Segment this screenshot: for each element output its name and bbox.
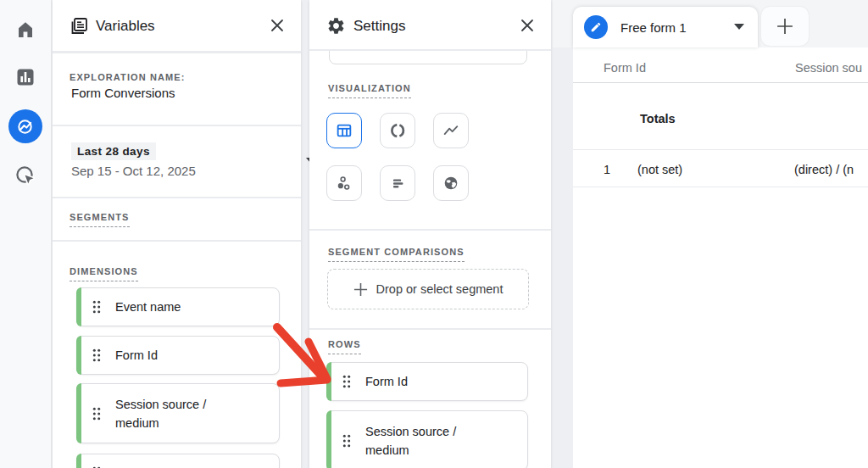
viz-donut-button[interactable] — [380, 113, 415, 148]
nav-reports[interactable] — [8, 60, 42, 94]
segments-label: SEGMENTS — [70, 211, 130, 227]
viz-line-button[interactable] — [433, 113, 469, 148]
divider — [573, 149, 868, 150]
donut-chart-icon — [388, 121, 407, 140]
visualization-label: VISUALIZATION — [328, 82, 411, 98]
dimensions-label: DIMENSIONS — [70, 265, 138, 281]
drag-handle-icon[interactable] — [342, 375, 351, 388]
totals-label: Totals — [640, 112, 676, 125]
line-chart-icon — [442, 121, 460, 140]
table-chart-icon — [335, 121, 353, 140]
divider — [573, 82, 868, 83]
chip-label: Form Id — [365, 372, 408, 391]
scatter-chart-icon — [335, 174, 353, 192]
viz-bar-button[interactable] — [380, 165, 415, 201]
chip-label: Page path — [115, 464, 171, 468]
chip-label: Session source / medium — [115, 395, 251, 432]
explore-icon — [8, 109, 42, 143]
drag-handle-icon[interactable] — [92, 348, 101, 362]
divider — [309, 49, 551, 51]
viz-geo-button[interactable] — [433, 165, 469, 201]
divider — [573, 187, 868, 187]
home-icon — [15, 20, 36, 40]
add-tab-button[interactable] — [761, 7, 809, 46]
divider — [53, 197, 301, 198]
dimension-chip-page-path[interactable]: Page path — [76, 454, 280, 468]
gear-icon — [326, 16, 346, 36]
settings-panel-header: Settings — [309, 0, 551, 49]
column-header-form-id[interactable]: Form Id — [604, 61, 646, 75]
drag-handle-icon[interactable] — [342, 434, 351, 448]
close-icon — [270, 19, 284, 32]
divider — [53, 51, 301, 53]
plus-icon — [353, 282, 368, 297]
viz-scatter-button[interactable] — [326, 165, 362, 201]
nav-home[interactable] — [8, 13, 42, 47]
row-index: 1 — [604, 163, 610, 176]
plus-icon — [776, 18, 793, 35]
variables-panel: Variables EXPLORATION NAME: Form Convers… — [53, 0, 301, 468]
dimension-chip-form-id[interactable]: Form Id — [76, 336, 280, 375]
nav-explore[interactable] — [8, 109, 42, 143]
segment-drop-zone[interactable]: Drop or select segment — [327, 269, 529, 309]
ga4-explorations-app: Variables EXPLORATION NAME: Form Convers… — [0, 0, 868, 468]
column-header-session-source[interactable]: Session sou — [795, 61, 862, 75]
dimension-chip-session-source-medium[interactable]: Session source / medium — [76, 383, 280, 443]
tab-free-form-1[interactable]: Free form 1 — [573, 7, 758, 47]
bar-chart-icon — [388, 174, 407, 192]
variables-panel-header: Variables — [53, 0, 301, 51]
left-nav-rail — [0, 0, 52, 468]
drag-handle-icon[interactable] — [92, 300, 101, 314]
settings-panel: Settings VISUALIZATION — [309, 0, 551, 468]
nav-advertising[interactable] — [8, 159, 42, 192]
divider — [53, 125, 301, 126]
row-chip-session-source-medium[interactable]: Session source / medium — [326, 410, 528, 468]
segment-drop-text: Drop or select segment — [376, 282, 504, 296]
settings-panel-title: Settings — [353, 18, 405, 35]
dimension-chip-event-name[interactable]: Event name — [76, 287, 280, 326]
divider — [53, 240, 301, 242]
globe-icon — [442, 174, 460, 192]
divider — [309, 328, 551, 330]
settings-close-button[interactable] — [515, 14, 539, 37]
viz-table-button[interactable] — [326, 113, 362, 148]
edit-pencil-icon[interactable] — [584, 15, 608, 39]
variables-panel-title: Variables — [96, 18, 155, 35]
close-icon — [520, 19, 534, 32]
drag-handle-icon[interactable] — [92, 407, 101, 421]
chevron-down-icon[interactable] — [734, 24, 744, 31]
exploration-name-label: EXPLORATION NAME: — [70, 71, 185, 86]
row-chip-form-id[interactable]: Form Id — [326, 362, 528, 401]
rows-label: ROWS — [328, 338, 361, 354]
cell-session-source[interactable]: (direct) / (n — [794, 163, 854, 176]
chip-label: Event name — [115, 298, 181, 316]
report-canvas — [573, 47, 868, 468]
chip-label: Form Id — [115, 346, 158, 365]
advertising-icon — [14, 164, 36, 187]
reports-icon — [16, 68, 35, 86]
date-preset-chip[interactable]: Last 28 days — [71, 142, 156, 160]
date-range-text: Sep 15 - Oct 12, 2025 — [71, 164, 196, 178]
exploration-name-value[interactable]: Form Conversions — [71, 86, 175, 100]
divider — [309, 229, 551, 231]
variables-close-button[interactable] — [265, 14, 289, 37]
segment-comparisons-label: SEGMENT COMPARISONS — [328, 246, 465, 262]
tab-label: Free form 1 — [620, 20, 687, 35]
cell-form-id[interactable]: (not set) — [637, 163, 682, 176]
chip-label: Session source / medium — [365, 422, 501, 460]
variables-icon — [69, 16, 89, 36]
